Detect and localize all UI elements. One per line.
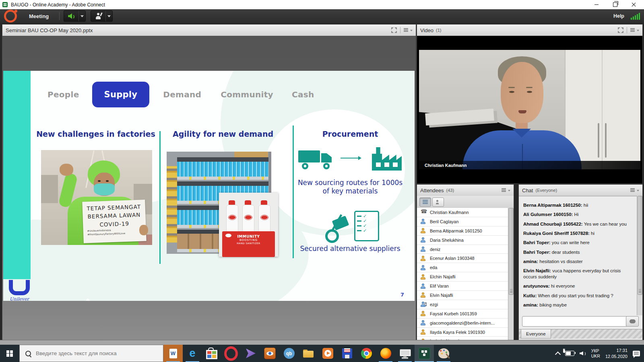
adobe-connect-logo — [4, 10, 17, 23]
send-message-button[interactable] — [626, 316, 639, 327]
taskbar-icon-kmplayer[interactable] — [241, 345, 260, 362]
start-button[interactable] — [0, 345, 19, 362]
attendee-row[interactable]: Elif Varan — [417, 282, 508, 291]
attendee-row[interactable]: Elchin Najafli — [417, 272, 508, 282]
chat-message: Rukaiya Goni Sheriff 1507828: hi — [523, 230, 635, 237]
taskbar-icon-task-manager[interactable] — [395, 345, 415, 362]
meeting-menubar: Meeting Help — [0, 9, 644, 23]
raise-hand-button[interactable] — [91, 11, 105, 21]
chrome-icon — [361, 348, 372, 359]
taskbar-icon-media-player[interactable] — [318, 345, 337, 362]
chat-message: Ali Gulumser 1600150: Hi — [523, 212, 635, 218]
scrollbar-thumb[interactable] — [509, 208, 514, 295]
taskbar-icon-word[interactable]: W — [163, 345, 183, 362]
attendee-status-icon — [420, 265, 427, 270]
masked-worker-face — [94, 173, 115, 196]
meeting-menu[interactable]: Meeting — [23, 9, 55, 23]
person-view-button[interactable] — [432, 197, 444, 207]
arrow-right-icon — [341, 155, 361, 161]
speaker-dropdown[interactable] — [78, 11, 85, 21]
close-button[interactable] — [624, 0, 643, 9]
language-indicator[interactable]: УКР UKR — [591, 348, 600, 358]
attendee-status-icon — [420, 284, 427, 289]
share-pod: Seminiar BAU CO-OP May 2020.pptx People … — [2, 24, 416, 341]
attendee-row[interactable]: Ilayda Kayra Felek 1901930 — [417, 328, 508, 337]
attendee-status-icon — [420, 237, 427, 243]
tab-everyone[interactable]: Everyone — [521, 329, 551, 339]
person-view-icon — [436, 200, 441, 204]
paint-palette-icon — [438, 348, 449, 358]
taskbar-icon-store[interactable] — [202, 345, 221, 362]
attendees-scrollbar[interactable] — [508, 208, 514, 340]
attendee-row[interactable]: Daria Shelukhina — [417, 236, 508, 245]
attendee-row[interactable]: Ecenur Aslan 1903348 — [417, 254, 508, 263]
chat-input-row — [519, 315, 642, 328]
edge-icon: e — [189, 348, 195, 359]
raise-hand-icon — [95, 13, 101, 19]
taskbar-icon-faststone[interactable] — [260, 345, 279, 362]
attendee-status-icon — [420, 302, 427, 307]
share-title: Seminiar BAU CO-OP May 2020.pptx — [6, 27, 93, 33]
pod-options-menu-icon[interactable] — [404, 27, 413, 33]
taskbar-icon-firefox[interactable] — [376, 345, 395, 362]
raise-hand-dropdown[interactable] — [105, 11, 112, 21]
taskbar-icon-qbittorrent[interactable]: qb — [279, 345, 299, 362]
factory-worker-photo: TETAP SEMANGAT BERSAMA LAWAN COVID-19 #U… — [41, 150, 152, 245]
slide-tab-community: Community — [221, 90, 273, 99]
taskbar-icon-paint-palette[interactable] — [434, 345, 453, 362]
procurement-caption-1: New sourcing routes for 1000s of key mat… — [270, 179, 415, 195]
floppy-save-icon — [342, 348, 352, 358]
chat-input[interactable] — [522, 316, 628, 327]
chat-message: Kutlu: When did you start you first trad… — [523, 293, 635, 299]
list-view-button[interactable] — [419, 197, 431, 207]
pod-options-menu-icon[interactable] — [630, 187, 639, 193]
attendee-row[interactable]: Christian Kaufmann — [417, 208, 508, 217]
taskbar-icon-edge[interactable]: e — [183, 345, 202, 362]
window-title: BAUGO - Online Academy - Adobe Connect — [11, 2, 105, 8]
attendee-row[interactable]: Faysal Kurbeh 1601359 — [417, 309, 508, 319]
tray-expand-chevron[interactable] — [555, 351, 561, 357]
taskbar-icon-opera[interactable] — [221, 345, 241, 362]
attendee-row[interactable]: giacomogaldenzi@berlin-intern... — [417, 319, 508, 328]
taskbar-icon-chrome[interactable] — [357, 345, 376, 362]
attendee-row[interactable]: ezgi — [417, 300, 508, 309]
attendee-row[interactable]: Beril Caglayan — [417, 217, 508, 226]
minimize-button[interactable] — [587, 0, 606, 9]
fullscreen-icon[interactable] — [618, 27, 623, 33]
attendee-row[interactable]: deniz — [417, 245, 508, 254]
taskbar-search[interactable] — [19, 345, 163, 362]
taskbar-clock[interactable]: 17:31 12.05.2020 — [605, 348, 627, 359]
attendee-row[interactable]: eda — [417, 263, 508, 272]
chat-message: Ahmad Chourbaji 1505422: Yes we can hear… — [523, 221, 635, 227]
attendee-status-icon — [420, 219, 427, 224]
connection-signal-icon[interactable] — [631, 13, 640, 20]
restore-button[interactable] — [606, 0, 624, 9]
share-pod-header: Seminiar BAU CO-OP May 2020.pptx — [2, 25, 416, 36]
video-pod-body: Christian Kaufmann — [417, 36, 642, 183]
taskbar-icon-save[interactable] — [337, 345, 357, 362]
fullscreen-icon[interactable] — [391, 27, 397, 33]
word-icon: W — [167, 348, 179, 360]
notification-center-icon[interactable] — [633, 351, 640, 356]
speaker-face — [501, 62, 543, 123]
attendee-row[interactable]: Elvin Najafli — [417, 291, 508, 300]
scrollbar-thumb[interactable] — [638, 196, 642, 295]
hand-truck-icon — [324, 212, 349, 239]
attendees-count: (43) — [446, 188, 454, 193]
attendee-status-icon — [420, 210, 427, 215]
taskbar-icon-adobe-connect[interactable] — [415, 345, 434, 362]
product-box-front: IMMUNITY BOOSTING HAND SANITIZER — [222, 231, 275, 257]
pod-options-menu-icon[interactable] — [502, 187, 510, 193]
search-input[interactable] — [35, 350, 149, 357]
help-menu[interactable]: Help — [613, 13, 624, 19]
chat-scrollbar[interactable] — [637, 196, 642, 315]
battery-icon[interactable] — [565, 351, 574, 356]
taskbar-icon-file-explorer[interactable] — [299, 345, 318, 362]
file-explorer-icon — [303, 350, 314, 358]
attendee-row[interactable]: Berna Altiparmak 1601250 — [417, 226, 508, 236]
speaker-button[interactable] — [64, 11, 78, 21]
checklist-icon — [354, 211, 379, 241]
volume-icon[interactable] — [580, 351, 586, 356]
pod-options-menu-icon[interactable] — [630, 27, 639, 33]
attendees-view-toolbar — [417, 196, 514, 208]
